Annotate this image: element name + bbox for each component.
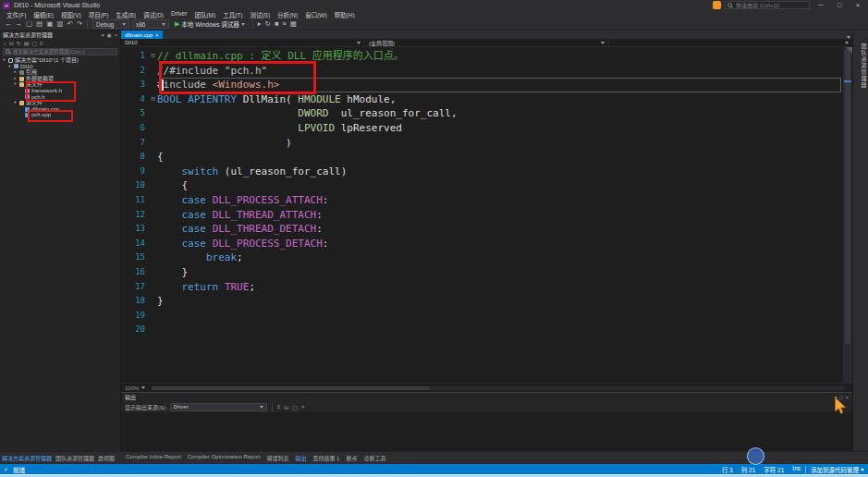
chevron-icon[interactable]: ▸: [13, 76, 18, 82]
menu-item[interactable]: 调试(D): [140, 10, 167, 19]
code-line[interactable]: 9 switch (ul_reason_for_call): [121, 165, 852, 179]
member-scope-dropdown[interactable]: [609, 39, 852, 46]
add-to-source-control-button[interactable]: 添加到源代码管理: [811, 465, 864, 474]
code-line[interactable]: 15 break;: [121, 251, 852, 265]
preview-icon[interactable]: ▢: [31, 40, 37, 46]
close-icon[interactable]: ×: [115, 32, 117, 38]
dock-tab[interactable]: 解决方案资源管理器: [2, 454, 52, 462]
minimize-button[interactable]: ─: [813, 0, 828, 10]
new-file-icon[interactable]: ▢: [26, 19, 32, 29]
code-line[interactable]: 19: [121, 309, 852, 324]
platform-dropdown[interactable]: x86: [132, 19, 169, 29]
code-line[interactable]: 11 case DLL_PROCESS_ATTACH:: [121, 193, 852, 208]
chevron-icon[interactable]: ▾: [13, 81, 18, 88]
tree-item[interactable]: ▾解决方案"Dll10"(1 个项目): [0, 57, 120, 64]
undo-icon[interactable]: ↶: [67, 19, 72, 29]
dock-tab[interactable]: 类视图: [98, 454, 115, 462]
clear-all-icon[interactable]: ▢: [292, 404, 298, 410]
code-line[interactable]: 3#include <Windows.h>: [121, 78, 852, 92]
tree-item[interactable]: ▸引用: [0, 69, 120, 76]
menu-item[interactable]: 编辑(E): [30, 10, 57, 19]
code-line[interactable]: 17 return TRUE;: [121, 280, 852, 295]
menu-item[interactable]: 帮助(H): [331, 10, 359, 19]
project-scope-dropdown[interactable]: Dll10: [121, 39, 365, 46]
panel-tab[interactable]: 查找结果 1: [312, 454, 339, 462]
code-line[interactable]: 8{: [121, 150, 852, 165]
output-content[interactable]: [121, 412, 852, 451]
menu-item[interactable]: 分析(N): [274, 10, 301, 19]
nav-back-icon[interactable]: ←: [5, 19, 12, 29]
solution-config-dropdown[interactable]: Debug: [92, 19, 129, 29]
sync-icon[interactable]: ↻: [17, 40, 21, 46]
solution-explorer-search[interactable]: 搜索解决方案资源管理器(Ctrl+;): [3, 48, 117, 55]
attach-process-icon[interactable]: ▸: [258, 19, 262, 29]
code-line[interactable]: 14 case DLL_PROCESS_DETACH:: [121, 237, 852, 251]
collapse-all-icon[interactable]: ⊟: [9, 40, 14, 46]
split-handle-icon[interactable]: [846, 47, 852, 54]
editor-vertical-scrollbar[interactable]: [843, 47, 852, 383]
tree-item[interactable]: ▸外部依赖项: [0, 76, 120, 82]
tree-item[interactable]: framework.h: [0, 88, 120, 94]
fold-marker-icon[interactable]: ⊟: [149, 92, 157, 107]
tree-item[interactable]: dllmain.cpp: [0, 106, 120, 113]
dock-tab[interactable]: 团队资源管理器: [55, 454, 94, 462]
tab-dllmain-cpp[interactable]: dllmain.cpp ×: [121, 31, 163, 39]
menu-item[interactable]: 文件(F): [3, 10, 30, 19]
tree-item[interactable]: pch.h: [0, 94, 120, 101]
nav-forward-icon[interactable]: →: [16, 19, 23, 29]
tree-item[interactable]: pch.cpp: [0, 112, 120, 118]
menu-item[interactable]: 项目(P): [85, 10, 113, 19]
tree-item[interactable]: ▾Dll10: [0, 64, 120, 70]
list-icon[interactable]: ≡: [282, 19, 286, 29]
editor-horizontal-scrollbar[interactable]: [152, 386, 845, 390]
code-line[interactable]: 4⊟BOOL APIENTRY DllMain( HMODULE hModule…: [121, 92, 852, 107]
chevron-icon[interactable]: ▾: [13, 100, 18, 106]
panel-tab[interactable]: Compiler Optimization Report: [188, 454, 261, 462]
save-all-icon[interactable]: ▥: [56, 19, 63, 29]
scrollbar-thumb[interactable]: [152, 386, 429, 390]
zoom-level[interactable]: 100%: [125, 385, 139, 391]
close-button[interactable]: ×: [850, 0, 865, 10]
code-line[interactable]: 10 {: [121, 178, 852, 193]
panel-tab[interactable]: 输出: [295, 454, 306, 462]
panel-tab[interactable]: Compiler Inline Report: [126, 454, 181, 462]
panel-tab[interactable]: 错误列表: [266, 454, 288, 462]
code-line[interactable]: 13 case DLL_THREAD_DETACH:: [121, 222, 852, 237]
menu-item[interactable]: 工具(T): [219, 10, 246, 19]
close-icon[interactable]: ×: [301, 404, 305, 410]
panel-tab[interactable]: 诊断工具: [363, 454, 385, 462]
quick-launch-search[interactable]: 快速启动 (Ctrl+Q): [725, 1, 810, 9]
columns-icon[interactable]: ▦: [290, 19, 297, 29]
chevron-icon[interactable]: ▸: [13, 69, 18, 76]
code-line[interactable]: 18}: [121, 294, 852, 309]
menu-item[interactable]: 窗口(W): [301, 10, 330, 19]
code-line[interactable]: 7 ): [121, 136, 852, 151]
tab-close-icon[interactable]: ×: [155, 32, 158, 38]
chevron-icon[interactable]: ▾: [2, 57, 6, 64]
type-scope-dropdown[interactable]: (全局范围): [365, 39, 609, 46]
pin-icon[interactable]: ▣: [107, 32, 112, 38]
redo-icon[interactable]: ↷: [77, 19, 82, 29]
collapse-icon[interactable]: ⊟: [284, 404, 288, 410]
pending-changes-icon[interactable]: ▤: [24, 40, 30, 46]
tab-team-explorer[interactable]: 团队资源管理器: [853, 43, 868, 89]
code-line[interactable]: 2//#include "pch.h": [121, 64, 852, 79]
maximize-button[interactable]: □: [832, 0, 847, 10]
tree-item[interactable]: ▾头文件: [0, 81, 120, 88]
code-line[interactable]: 12 case DLL_THREAD_ATTACH:: [121, 208, 852, 223]
menu-item[interactable]: 生成(B): [112, 10, 140, 19]
save-icon[interactable]: ▣: [46, 19, 53, 29]
output-source-dropdown[interactable]: Driver: [170, 403, 267, 411]
notification-badge-icon[interactable]: [713, 1, 721, 9]
chevron-icon[interactable]: ▾: [7, 64, 12, 70]
code-line[interactable]: 1⊟// dllmain.cpp : 定义 DLL 应用程序的入口点。: [121, 49, 852, 64]
refresh-icon[interactable]: ↻: [265, 19, 271, 29]
home-icon[interactable]: ⌂: [3, 41, 6, 46]
fold-marker-icon[interactable]: ⊟: [149, 49, 157, 64]
panel-tab[interactable]: 断点: [346, 454, 357, 462]
menu-item[interactable]: 视图(V): [57, 10, 85, 19]
word-wrap-icon[interactable]: ≡: [277, 404, 281, 410]
code-line[interactable]: 20: [121, 323, 852, 337]
scrollbar-thumb[interactable]: [845, 49, 850, 344]
chevron-down-icon[interactable]: [141, 386, 145, 389]
